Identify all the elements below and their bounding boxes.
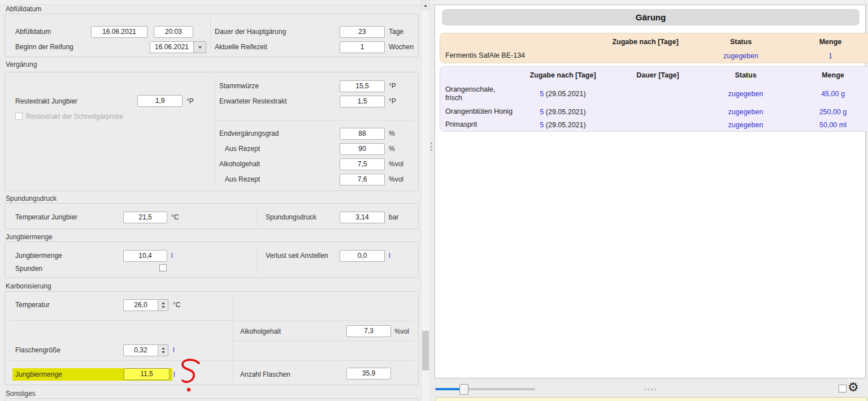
- extras-table: Zugabe nach [Tage] Dauer [Tage] Status M…: [440, 66, 868, 132]
- abfuelldatum-date-field[interactable]: 16.06.2021: [91, 26, 147, 38]
- divider: [257, 245, 258, 273]
- divider: [233, 296, 233, 381]
- jungbiermenge-label: Jungbiermenge: [15, 252, 62, 260]
- restextrakt-jungbier-field[interactable]: 1,9: [137, 95, 183, 107]
- divider: [210, 17, 211, 54]
- group-title-vergaerung: Vergärung: [6, 61, 37, 68]
- evg-aus-rezept-field[interactable]: 90: [340, 143, 385, 155]
- table-row[interactable]: Primasprit 5 (29.05.2021) zugegeben 50,0…: [440, 118, 868, 131]
- verlust-seit-anstellen-unit: l: [389, 252, 390, 260]
- temperatur-jungbier-field[interactable]: 21,5: [123, 212, 167, 223]
- scrollbar-thumb[interactable]: [422, 331, 429, 370]
- flaschengroesse-stepper[interactable]: [158, 344, 168, 356]
- spundungsdruck-unit: bar: [389, 213, 398, 221]
- jungbiermenge-field[interactable]: 10,4: [123, 250, 167, 262]
- table-row[interactable]: Orangenblüten Honig 5 (29.05.2021) zugeg…: [440, 105, 868, 118]
- abfuelldatum-label: Abfülldatum: [15, 28, 51, 36]
- karb-temperatur-field[interactable]: 26,0: [123, 299, 158, 311]
- extras-table-header-row: Zugabe nach [Tage] Dauer [Tage] Status M…: [440, 67, 868, 82]
- extra-zugabe-cell: 5 (29.05.2021): [515, 82, 610, 105]
- anzahl-flaschen-label: Anzahl Flaschen: [240, 370, 290, 378]
- aktuelle-reifezeit-label: Aktuelle Reifezeit: [215, 43, 267, 51]
- header-cell-status: Status: [705, 67, 786, 82]
- divider: [233, 321, 414, 321]
- karb-alkoholgehalt-field[interactable]: 7,3: [346, 325, 391, 337]
- header-cell: [440, 33, 594, 49]
- alk-aus-rezept-unit: %vol: [389, 175, 403, 183]
- yeast-table-header-row: Zugabe nach [Tage] Status Menge: [440, 33, 868, 49]
- spin-up-icon: [162, 347, 165, 350]
- abfuelldatum-time-field[interactable]: 20:03: [154, 26, 193, 38]
- bottom-checkbox[interactable]: [839, 385, 847, 393]
- flaschengroesse-label: Flaschengröße: [15, 346, 60, 354]
- dauer-hauptgaerung-field[interactable]: 23: [340, 26, 385, 38]
- karb-temperatur-stepper[interactable]: [158, 299, 168, 311]
- divider: [215, 76, 215, 186]
- extra-name-cell: Orangenblüten Honig: [440, 105, 515, 118]
- flaschengroesse-field[interactable]: 0,32: [123, 344, 158, 356]
- beginn-reifung-date-field[interactable]: 16.06.2021: [150, 41, 194, 53]
- extra-name-cell: Primasprit: [440, 118, 515, 131]
- alkoholgehalt-field[interactable]: 7,5: [340, 158, 385, 170]
- splitter-dot: [431, 146, 432, 148]
- header-cell-zugabe: Zugabe nach [Tage]: [594, 33, 696, 49]
- extra-menge-cell: 250,00 g: [786, 105, 868, 118]
- alk-aus-rezept-field[interactable]: 7,6: [340, 174, 385, 186]
- extra-status-cell[interactable]: zugegeben: [705, 82, 786, 105]
- extra-dauer-cell: [610, 118, 705, 131]
- divider: [233, 340, 414, 341]
- beginn-reifung-dropdown-button[interactable]: [193, 41, 206, 53]
- yeast-zugabe-cell: [594, 49, 696, 63]
- handwritten-question-mark-annotation: [175, 357, 205, 394]
- table-row[interactable]: Orangenschale, frisch 5 (29.05.2021) zug…: [440, 82, 868, 105]
- yeast-table: Zugabe nach [Tage] Status Menge Fermenti…: [440, 33, 868, 63]
- beginn-reifung-label: Beginn der Reifung: [15, 43, 73, 51]
- erwarteter-restextrakt-field[interactable]: 1,5: [340, 96, 385, 107]
- group-title-spundungsdruck: Spundungsdruck: [6, 195, 57, 202]
- divider: [233, 360, 414, 361]
- arrow-up-icon: [424, 5, 427, 7]
- restextrakt-jungbier-unit: °P: [186, 97, 194, 105]
- aktuelle-reifezeit-field[interactable]: 1: [340, 41, 385, 53]
- karb-temperatur-label: Temperatur: [15, 301, 50, 309]
- gear-icon[interactable]: ⚙: [848, 380, 859, 395]
- alk-aus-rezept-label: Aus Rezept: [225, 175, 260, 183]
- zugabe-date: (29.05.2021): [544, 121, 585, 129]
- gaerung-header: Gärung: [442, 9, 860, 25]
- scrollbar-up-button[interactable]: [421, 1, 430, 10]
- anzahl-flaschen-field[interactable]: 35,9: [346, 368, 391, 380]
- spundungsdruck-field[interactable]: 3,14: [340, 212, 385, 223]
- header-cell-dauer: Dauer [Tage]: [610, 67, 705, 82]
- endvergaerungsgrad-label: Endvergärungsgrad: [219, 130, 279, 137]
- karb-jungbiermenge-field[interactable]: 11,5: [124, 368, 170, 380]
- table-row[interactable]: Fermentis SafAle BE-134 zugegeben 1: [440, 49, 868, 63]
- extra-name-cell: Orangenschale, frisch: [440, 82, 515, 105]
- header-cell-menge: Menge: [785, 33, 868, 49]
- spin-up-icon: [162, 302, 165, 304]
- app-window: Abfülldatum Abfülldatum 16.06.2021 20:03…: [0, 0, 868, 401]
- header-cell-zugabe: Zugabe nach [Tage]: [515, 67, 610, 82]
- header-cell: [440, 67, 515, 82]
- splitter-dot: [431, 149, 432, 151]
- stammwuerze-label: Stammwürze: [219, 82, 259, 90]
- zoom-slider-handle[interactable]: [459, 384, 468, 395]
- yeast-status-cell[interactable]: zugegeben: [696, 49, 785, 63]
- stammwuerze-field[interactable]: 15,5: [340, 80, 385, 92]
- extra-menge-cell: 45,00 g: [786, 82, 868, 105]
- dauer-hauptgaerung-label: Dauer der Hauptgärung: [215, 28, 286, 36]
- group-title-jungbiermenge: Jungbiermenge: [6, 233, 53, 241]
- jungbiermenge-unit: l: [171, 252, 173, 260]
- endvergaerungsgrad-field[interactable]: 88: [340, 128, 385, 140]
- extra-status-cell[interactable]: zugegeben: [705, 105, 786, 118]
- spundungsdruck-label: Spundungsdruck: [266, 213, 316, 221]
- temperatur-jungbier-label: Temperatur Jungbier: [15, 213, 77, 221]
- extra-status-cell[interactable]: zugegeben: [705, 118, 786, 131]
- schnellgaerprobe-label: Restextrakt der Schnellgärprobe: [26, 113, 123, 120]
- verlust-seit-anstellen-field[interactable]: 0,0: [340, 250, 385, 262]
- horizontal-splitter-handle[interactable]: [644, 382, 658, 393]
- spin-down-icon: [162, 306, 165, 308]
- spunden-checkbox[interactable]: [159, 264, 167, 271]
- verlust-seit-anstellen-label: Verlust seit Anstellen: [266, 252, 328, 260]
- endvergaerungsgrad-unit: %: [389, 130, 395, 137]
- group-title-abfuelldatum: Abfülldatum: [6, 5, 41, 13]
